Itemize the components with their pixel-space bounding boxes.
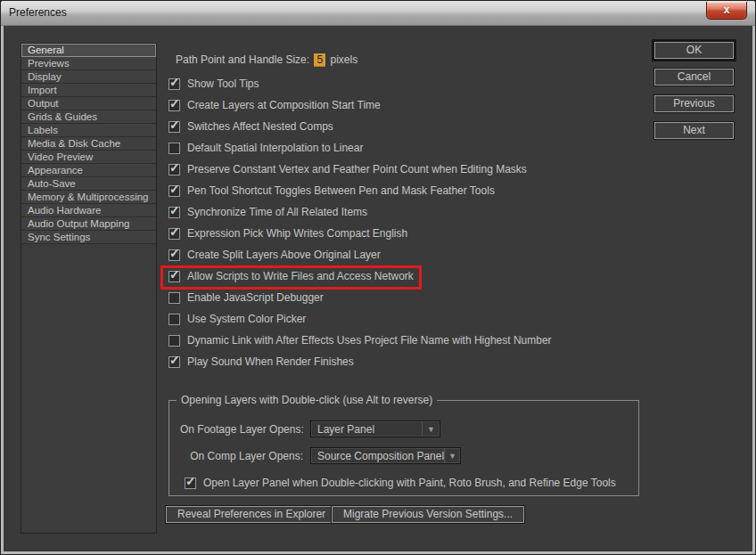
opening-layers-group: Opening Layers with Double-click (use Al… — [168, 400, 639, 496]
checkbox[interactable] — [168, 143, 180, 154]
checkbox-label: Show Tool Tips — [187, 78, 259, 90]
cancel-button[interactable]: Cancel — [654, 69, 734, 86]
sidebar-item-sync-settings[interactable]: Sync Settings — [21, 231, 156, 244]
option-default-spatial-interpolation[interactable]: Default Spatial Interpolation to Linear — [168, 137, 552, 159]
checkbox[interactable] — [168, 356, 180, 368]
footage-layer-dropdown[interactable]: Layer Panel ▼ — [310, 420, 440, 437]
checkbox-label: Dynamic Link with After Effects Uses Pro… — [187, 334, 552, 347]
sidebar-item-media-disk-cache[interactable]: Media & Disk Cache — [21, 137, 156, 151]
sidebar-item-output[interactable]: Output — [21, 97, 156, 110]
sidebar-item-audio-hardware[interactable]: Audio Hardware — [21, 204, 156, 217]
option-play-sound-render-finishes[interactable]: Play Sound When Render Finishes — [168, 351, 552, 372]
checkbox[interactable] — [168, 207, 180, 218]
dropdown-value: Source Composition Panel — [311, 450, 444, 462]
checkbox[interactable] — [168, 78, 180, 90]
close-icon: x — [724, 4, 730, 16]
checkbox-label: Create Split Layers Above Original Layer — [187, 249, 381, 261]
preferences-dialog: Preferences x General Previews Display I… — [0, 0, 756, 555]
checkbox[interactable] — [168, 100, 180, 111]
checkbox-label: Allow Scripts to Write Files and Access … — [187, 270, 414, 282]
sidebar-item-video-preview[interactable]: Video Preview — [21, 151, 156, 164]
sidebar-item-import[interactable]: Import — [21, 84, 156, 97]
next-button[interactable]: Next — [654, 122, 734, 139]
comp-layer-dropdown[interactable]: Source Composition Panel ▼ — [310, 447, 461, 464]
checkbox[interactable] — [168, 228, 180, 240]
comp-layer-label: On Comp Layer Opens: — [180, 450, 303, 462]
sidebar-item-grids-guides[interactable]: Grids & Guides — [21, 110, 156, 124]
sidebar-item-appearance[interactable]: Appearance — [21, 164, 156, 177]
checkbox-label: Pen Tool Shortcut Toggles Between Pen an… — [187, 184, 495, 197]
checkbox[interactable] — [168, 164, 180, 175]
sidebar-item-previews[interactable]: Previews — [21, 57, 156, 70]
option-enable-javascript-debugger[interactable]: Enable JavaScript Debugger — [168, 287, 552, 308]
title-bar[interactable]: Preferences x — [1, 1, 755, 26]
checkbox[interactable] — [185, 477, 196, 489]
option-switches-affect-nested[interactable]: Switches Affect Nested Comps — [168, 116, 552, 137]
chevron-down-icon: ▼ — [444, 448, 460, 463]
checkbox-label: Open Layer Panel when Double-clicking wi… — [203, 477, 616, 489]
group-legend: Opening Layers with Double-click (use Al… — [177, 394, 437, 406]
dialog-title: Preferences — [9, 6, 67, 19]
option-dynamic-link[interactable]: Dynamic Link with After Effects Uses Pro… — [168, 330, 552, 351]
option-create-split-layers[interactable]: Create Split Layers Above Original Layer — [168, 244, 552, 265]
checkbox[interactable] — [168, 314, 180, 325]
checkbox-label: Synchronize Time of All Related Items — [187, 206, 367, 218]
option-open-layer-panel-double-click[interactable]: Open Layer Panel when Double-clicking wi… — [185, 472, 616, 494]
dialog-content: General Previews Display Import Output G… — [4, 26, 752, 551]
sidebar-item-labels[interactable]: Labels — [21, 124, 156, 137]
checkbox-label: Use System Color Picker — [187, 313, 306, 325]
sidebar-item-auto-save[interactable]: Auto-Save — [21, 177, 156, 191]
path-point-size-label: Path Point and Handle Size: — [176, 53, 309, 66]
comp-layer-row: On Comp Layer Opens: Source Composition … — [180, 447, 461, 464]
sidebar-item-display[interactable]: Display — [21, 70, 156, 84]
checkbox[interactable] — [168, 292, 180, 304]
checkbox[interactable] — [168, 249, 180, 261]
checkbox-label: Create Layers at Composition Start Time — [187, 99, 381, 111]
previous-button[interactable]: Previous — [654, 95, 734, 112]
option-expression-pick-whip[interactable]: Expression Pick Whip Writes Compact Engl… — [168, 223, 552, 244]
checkbox[interactable] — [168, 271, 180, 282]
dropdown-value: Layer Panel — [311, 423, 422, 436]
checkbox-label: Enable JavaScript Debugger — [187, 291, 324, 304]
close-button[interactable]: x — [706, 2, 747, 20]
option-preserve-vertex-count[interactable]: Preserve Constant Vertex and Feather Poi… — [168, 159, 552, 180]
checkbox-label: Switches Affect Nested Comps — [187, 120, 333, 133]
general-options-list: Show Tool Tips Create Layers at Composit… — [168, 73, 552, 372]
ok-button[interactable]: OK — [654, 42, 734, 59]
checkbox[interactable] — [168, 335, 180, 347]
option-use-system-color-picker[interactable]: Use System Color Picker — [168, 308, 552, 330]
path-point-size-unit: pixels — [330, 53, 357, 66]
migrate-settings-button[interactable]: Migrate Previous Version Settings... — [332, 506, 524, 523]
chevron-down-icon: ▼ — [422, 421, 440, 437]
footage-layer-row: On Footage Layer Opens: Layer Panel ▼ — [180, 420, 440, 437]
option-synchronize-time[interactable]: Synchronize Time of All Related Items — [168, 201, 552, 223]
checkbox[interactable] — [168, 121, 180, 133]
path-point-size-row: Path Point and Handle Size: 5 pixels — [176, 53, 357, 67]
sidebar-item-general[interactable]: General — [21, 44, 156, 57]
option-create-layers-at-start[interactable]: Create Layers at Composition Start Time — [168, 94, 552, 116]
checkbox-label: Preserve Constant Vertex and Feather Poi… — [187, 163, 527, 175]
checkbox[interactable] — [168, 185, 180, 197]
sidebar-item-audio-output-mapping[interactable]: Audio Output Mapping — [21, 217, 156, 231]
checkbox-label: Default Spatial Interpolation to Linear — [187, 142, 363, 154]
path-point-size-value[interactable]: 5 — [314, 53, 325, 67]
footage-layer-label: On Footage Layer Opens: — [180, 423, 303, 436]
option-show-tool-tips[interactable]: Show Tool Tips — [168, 73, 552, 94]
sidebar-item-memory-multiprocessing[interactable]: Memory & Multiprocessing — [21, 191, 156, 204]
category-list: General Previews Display Import Output G… — [21, 43, 157, 534]
checkbox-label: Play Sound When Render Finishes — [187, 355, 354, 368]
option-allow-scripts-write-files[interactable]: Allow Scripts to Write Files and Access … — [168, 265, 552, 287]
option-pen-tool-shortcut[interactable]: Pen Tool Shortcut Toggles Between Pen an… — [168, 180, 552, 201]
reveal-preferences-button[interactable]: Reveal Preferences in Explorer — [166, 506, 337, 523]
checkbox-label: Expression Pick Whip Writes Compact Engl… — [187, 227, 407, 240]
